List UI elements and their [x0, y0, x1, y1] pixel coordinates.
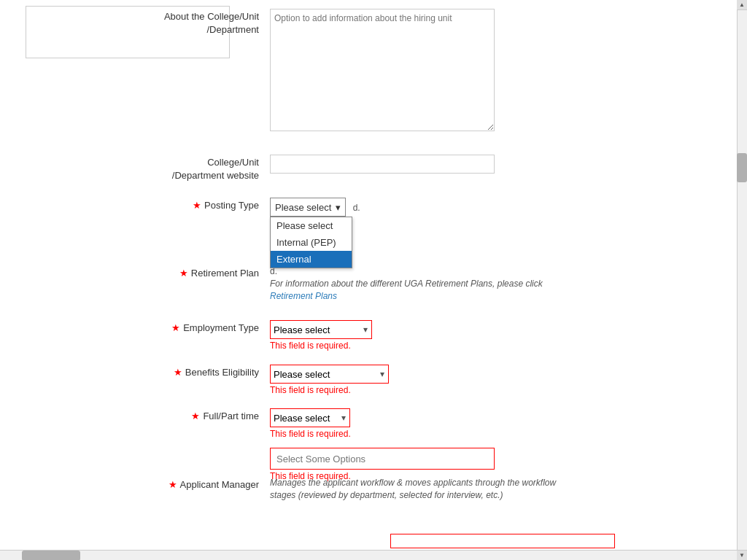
- fullpart-select-wrapper: Please select: [270, 408, 350, 427]
- required-star-retirement: ★: [179, 268, 188, 279]
- hscrollbar-thumb[interactable]: [22, 551, 80, 560]
- applicant-manager-multi-select[interactable]: [270, 448, 495, 470]
- employment-type-select-wrapper: Please select: [270, 320, 372, 339]
- page-wrapper: About the College/Unit/Department Colleg…: [0, 0, 747, 560]
- required-star-benefits: ★: [174, 367, 182, 378]
- chevron-down-icon: ▾: [336, 202, 341, 213]
- applicant-manager-label-spacer: [0, 445, 270, 449]
- employment-type-row: ★Employment Type Please select This fiel…: [0, 317, 727, 351]
- scroll-up-arrow[interactable]: ▲: [737, 0, 747, 10]
- retirement-plan-field: d. For information about the different U…: [270, 262, 727, 303]
- scrollbar-thumb[interactable]: [737, 153, 747, 182]
- retirement-plans-link[interactable]: Retirement Plans: [270, 291, 337, 301]
- required-star-fullpart: ★: [191, 411, 200, 421]
- benefits-eligibility-field: Please select This field is required.: [270, 362, 727, 395]
- applicant-manager-desc-field: Manages the applicant workflow & moves a…: [270, 474, 727, 502]
- applicant-manager-label-row: ★Applicant Manager Manages the applicant…: [0, 474, 727, 502]
- retirement-info: For information about the different UGA …: [270, 278, 562, 303]
- bottom-partial-input: [390, 534, 615, 548]
- horizontal-scrollbar[interactable]: [0, 550, 737, 560]
- employment-type-field: Please select This field is required.: [270, 317, 727, 351]
- retirement-plan-label: ★Retirement Plan: [0, 262, 270, 280]
- about-college-field: [270, 6, 727, 133]
- posting-type-dropdown-container: Please select ▾ Please select Internal (…: [270, 198, 346, 217]
- applicant-manager-info: Manages the applicant workflow & moves a…: [270, 477, 562, 502]
- dropdown-option-please-select[interactable]: Please select: [271, 217, 352, 234]
- posting-type-field: Please select ▾ Please select Internal (…: [270, 195, 727, 217]
- college-website-label: College/Unit/Department website: [0, 152, 270, 182]
- scroll-down-arrow[interactable]: ▼: [737, 550, 747, 560]
- form-area: About the College/Unit/Department Colleg…: [0, 0, 737, 550]
- college-website-field: [270, 152, 727, 174]
- fullpart-row: ★Full/Part time Please select This field…: [0, 405, 727, 439]
- benefits-eligibility-row: ★Benefits Eligibility Please select This…: [0, 362, 727, 395]
- dropdown-option-internal-pep[interactable]: Internal (PEP): [271, 234, 352, 251]
- posting-type-row: ★Posting Type Please select ▾ Please sel…: [0, 195, 727, 217]
- employment-type-select[interactable]: Please select: [270, 320, 372, 339]
- vertical-scrollbar[interactable]: ▲ ▼: [737, 0, 747, 560]
- benefits-eligibility-error: This field is required.: [270, 385, 727, 395]
- college-website-row: College/Unit/Department website: [0, 152, 727, 182]
- fullpart-field: Please select This field is required.: [270, 405, 727, 439]
- employment-type-label: ★Employment Type: [0, 317, 270, 335]
- required-star: ★: [193, 200, 201, 211]
- fullpart-error: This field is required.: [270, 429, 727, 439]
- fullpart-select[interactable]: Please select: [270, 408, 350, 427]
- posting-type-select-box[interactable]: Please select ▾: [270, 198, 346, 217]
- applicant-manager-label: ★Applicant Manager: [0, 474, 270, 491]
- posting-type-dropdown-menu: Please select Internal (PEP) External: [270, 217, 352, 268]
- employment-type-error: This field is required.: [270, 341, 727, 351]
- about-college-label: About the College/Unit/Department: [0, 6, 270, 36]
- about-college-textarea[interactable]: [270, 9, 495, 131]
- benefits-eligibility-select-wrapper: Please select: [270, 365, 389, 384]
- fullpart-label: ★Full/Part time: [0, 405, 270, 423]
- benefits-eligibility-label: ★Benefits Eligibility: [0, 362, 270, 379]
- benefits-eligibility-select[interactable]: Please select: [270, 365, 389, 384]
- about-college-row: About the College/Unit/Department: [0, 6, 727, 133]
- posting-type-current-value: Please select: [275, 202, 331, 213]
- required-star-applicant: ★: [169, 479, 177, 490]
- retirement-plan-row: ★Retirement Plan d. For information abou…: [0, 262, 727, 303]
- required-star-employment: ★: [171, 322, 180, 333]
- posting-type-note: d.: [353, 203, 360, 213]
- college-website-input[interactable]: [270, 155, 495, 174]
- dropdown-option-external[interactable]: External: [271, 251, 352, 268]
- posting-type-label: ★Posting Type: [0, 195, 270, 212]
